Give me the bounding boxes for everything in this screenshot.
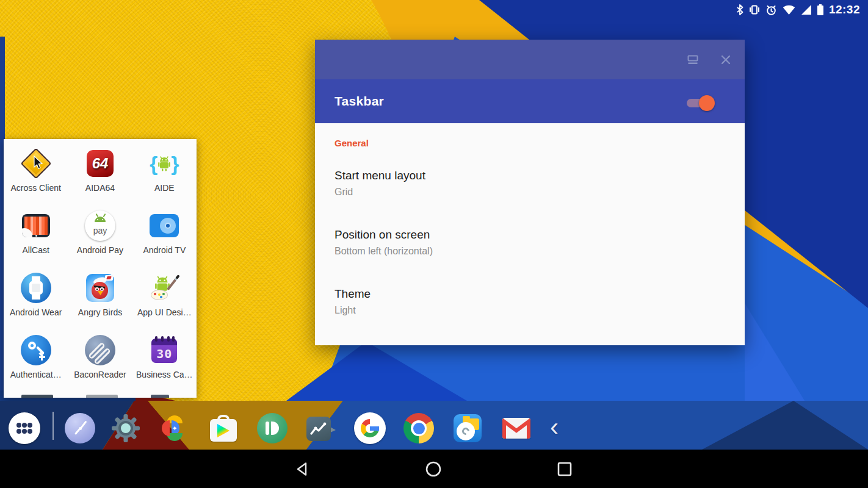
pushbullet-icon[interactable] [256, 412, 288, 444]
across-client-icon [20, 148, 52, 179]
window-title: Taskbar [335, 94, 384, 109]
settings-gear-icon[interactable] [110, 412, 142, 444]
app-label: Android Wear [10, 307, 62, 317]
battery-icon [817, 4, 823, 15]
app-allcast[interactable]: AllCast [4, 205, 68, 267]
status-time: 12:32 [829, 3, 860, 16]
window-titlebar [315, 40, 745, 79]
gmail-icon[interactable] [501, 412, 532, 444]
partial-app-icon [151, 395, 169, 398]
baconreader-icon [84, 334, 116, 366]
android-tv-icon [148, 210, 180, 242]
partial-app-icon [86, 395, 118, 398]
pref-theme[interactable]: Theme Light [335, 287, 725, 316]
app-android-wear[interactable]: Android Wear [4, 267, 68, 329]
app-label: Authenticat… [10, 370, 62, 379]
vibrate-icon [749, 4, 760, 15]
play-store-icon[interactable] [208, 412, 239, 444]
bottom-taskbar: ✦ [0, 401, 868, 450]
aide-icon: { } [148, 148, 180, 179]
app-ui-designer-icon [148, 272, 180, 304]
taskbar-enable-toggle[interactable] [687, 95, 715, 111]
android-screen: 12:32 Across Client 64 AIDA64 { [0, 0, 868, 488]
recents-button[interactable] [554, 459, 575, 479]
bluetooth-icon [736, 4, 743, 15]
business-calendar-icon: 30 [148, 334, 180, 366]
app-label: Android TV [143, 245, 186, 255]
app-label: BaconReader [74, 370, 126, 379]
status-bar: 12:32 [736, 0, 868, 20]
wifi-icon [783, 5, 795, 15]
window-header: Taskbar [315, 79, 745, 123]
app-business-calendar[interactable]: 30 Business Ca… [132, 329, 197, 392]
app-app-ui-designer[interactable]: App UI Desi… [132, 267, 197, 329]
google-app-icon[interactable] [354, 412, 386, 444]
app-baconreader[interactable]: BaconReader [68, 329, 132, 392]
section-header: General [335, 138, 369, 148]
solid-explorer-icon[interactable] [452, 412, 483, 444]
app-authenticator[interactable]: Authenticat… [4, 329, 68, 392]
app-angry-birds[interactable]: Angry Birds [68, 267, 132, 329]
alarm-icon [765, 4, 777, 16]
google-photos-icon[interactable]: ✦ [159, 412, 190, 444]
app-aide[interactable]: { } AIDE [132, 143, 197, 205]
taskbar-settings-window: Taskbar General Start menu layout Grid P… [315, 40, 745, 345]
start-button[interactable] [9, 412, 40, 444]
android-pay-icon: pay [84, 210, 116, 242]
google-primer-icon[interactable] [305, 412, 337, 444]
app-label: Angry Birds [78, 307, 122, 317]
authenticator-icon [20, 334, 52, 366]
angry-birds-icon [84, 272, 116, 304]
navigation-bar [0, 450, 868, 488]
home-button[interactable] [423, 459, 444, 479]
start-menu: Across Client 64 AIDA64 { [4, 139, 197, 398]
close-icon[interactable] [718, 53, 734, 66]
chrome-icon[interactable] [403, 412, 435, 444]
app-label: AIDA64 [85, 183, 115, 193]
allcast-icon [20, 210, 52, 242]
taskbar-divider [52, 412, 54, 440]
pref-position-on-screen[interactable]: Position on screen Bottom left (horizont… [335, 228, 725, 257]
app-across-client[interactable]: Across Client [4, 143, 68, 205]
collapse-taskbar-button[interactable]: ‹ [545, 414, 563, 442]
app-android-pay[interactable]: pay Android Pay [68, 205, 132, 267]
aida64-icon: 64 [84, 148, 116, 179]
app-label: Business Ca… [136, 370, 193, 379]
android-wear-icon [20, 272, 52, 304]
app-label: AIDE [154, 183, 175, 193]
app-label: AllCast [22, 245, 49, 255]
app-label: App UI Desi… [137, 307, 192, 317]
maximize-button[interactable] [685, 53, 701, 66]
back-button[interactable] [292, 459, 313, 479]
signal-icon [801, 5, 812, 15]
app-grid: Across Client 64 AIDA64 { [4, 143, 197, 398]
settings-body: General Start menu layout Grid Position … [315, 123, 745, 345]
app-android-tv[interactable]: Android TV [132, 205, 197, 267]
clock-app-icon[interactable] [64, 412, 96, 444]
partial-app-icon [21, 395, 53, 398]
pref-start-menu-layout[interactable]: Start menu layout Grid [335, 168, 725, 198]
app-aida64[interactable]: 64 AIDA64 [68, 143, 132, 205]
app-label: Android Pay [77, 245, 123, 255]
app-label: Across Client [10, 183, 60, 193]
